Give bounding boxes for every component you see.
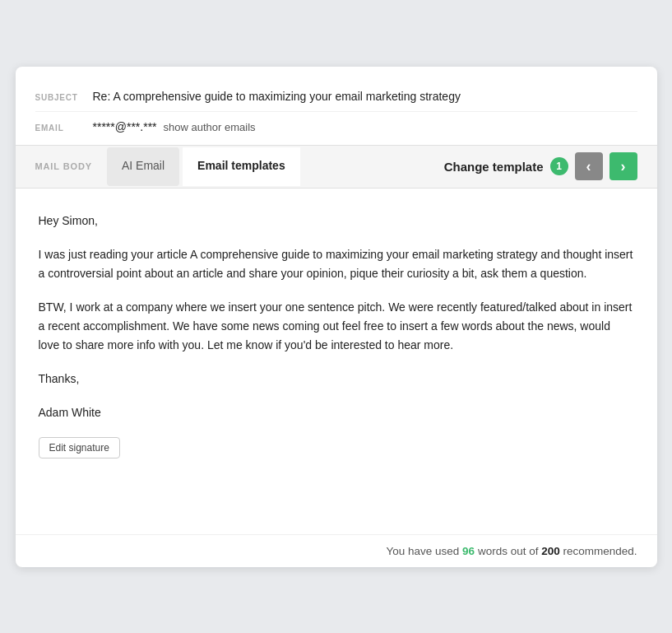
chevron-left-icon: ‹ (586, 158, 591, 175)
prev-template-button[interactable]: ‹ (575, 152, 603, 180)
email-masked: *****@***.*** (93, 120, 157, 133)
edit-signature-button[interactable]: Edit signature (39, 437, 120, 458)
greeting-text: Hey Simon, (39, 212, 634, 230)
change-template-label: Change template (444, 160, 544, 174)
subject-row: SUBJECT Re: A comprehensive guide to max… (35, 81, 637, 112)
footer-bar: You have used 96 words out of 200 recomm… (16, 534, 657, 567)
signature-name: Adam White (39, 403, 634, 422)
mail-body-content: Hey Simon, I was just reading your artic… (16, 189, 657, 534)
email-row: EMAIL *****@***.*** show author emails (35, 112, 637, 145)
change-template-badge: 1 (550, 157, 568, 175)
used-words: 96 (462, 545, 475, 557)
footer-text-mid: words out of (475, 545, 541, 557)
email-label: EMAIL (35, 123, 85, 133)
next-template-button[interactable]: › (609, 152, 637, 180)
total-words: 200 (541, 545, 560, 557)
show-author-emails-link[interactable]: show author emails (164, 121, 256, 133)
subject-label: SUBJECT (35, 93, 85, 102)
closing-text: Thanks, (39, 370, 634, 389)
subject-value: Re: A comprehensive guide to maximizing … (93, 90, 461, 103)
paragraph1-text: I was just reading your article A compre… (39, 245, 634, 283)
tab-email-templates[interactable]: Email templates (183, 147, 300, 186)
tabs-bar: MAIL BODY AI Email Email templates Chang… (16, 146, 657, 189)
chevron-right-icon: › (621, 158, 626, 175)
paragraph2-text: BTW, I work at a company where we insert… (39, 298, 634, 355)
footer-text-post: recommended. (560, 545, 637, 557)
header-section: SUBJECT Re: A comprehensive guide to max… (16, 67, 657, 146)
email-card: SUBJECT Re: A comprehensive guide to max… (16, 67, 657, 567)
footer-text-pre: You have used (387, 545, 463, 557)
change-template-section: Change template 1 ‹ › (444, 152, 637, 180)
tab-ai-email[interactable]: AI Email (107, 147, 179, 186)
mail-body-label: MAIL BODY (35, 161, 92, 171)
